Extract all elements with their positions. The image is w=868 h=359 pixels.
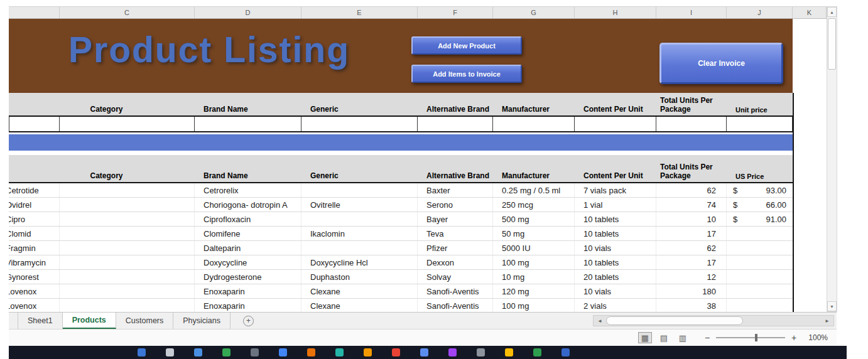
cell-brand-name[interactable]: Dydrogesterone	[195, 270, 301, 284]
cell-category[interactable]	[60, 241, 195, 255]
cell-total-units[interactable]: 10	[656, 212, 727, 226]
column-header-e[interactable]: E	[301, 7, 418, 18]
table-row[interactable]: LovenoxEnoxaparinClexaneSanofi-Aventis12…	[9, 284, 793, 299]
normal-view-icon[interactable]: ▦	[638, 332, 652, 343]
table-row[interactable]: CetrotideCetrorelixBaxter0.25 mg / 0.5 m…	[9, 183, 793, 198]
header-total-units[interactable]: Total Units Per Package	[656, 155, 727, 182]
cell-generic[interactable]: Duphaston	[301, 270, 418, 284]
cell-total-units[interactable]: 62	[656, 241, 727, 255]
cell-brand-name[interactable]: Enoxaparin	[195, 284, 301, 298]
cell-price[interactable]	[727, 241, 793, 255]
cell-brand-name[interactable]: Ciprofloxacin	[195, 212, 301, 226]
taskbar-icon[interactable]	[420, 348, 428, 356]
column-header-h[interactable]: H	[575, 7, 656, 18]
cell-content-per-unit[interactable]: 20 tablets	[575, 270, 656, 284]
cell-total-units[interactable]: 74	[656, 198, 727, 212]
new-sheet-button[interactable]: +	[243, 316, 254, 326]
header-manufacturer[interactable]: Manufacturer	[493, 93, 575, 115]
cell-alternative-brand[interactable]: Pfizer	[418, 241, 493, 255]
header-category[interactable]: Category	[60, 155, 195, 182]
page-layout-view-icon[interactable]: ▤	[657, 332, 671, 343]
entry-cell[interactable]	[727, 117, 793, 131]
scroll-up-button[interactable]: ▲	[827, 7, 837, 17]
cell-price[interactable]: $91.00	[727, 212, 793, 226]
zoom-slider[interactable]	[716, 333, 785, 342]
header-category[interactable]: Category	[60, 93, 195, 115]
cell-manufacturer[interactable]: 120 mg	[493, 284, 575, 298]
taskbar-icon[interactable]	[138, 348, 146, 356]
cell-manufacturer[interactable]: 100 mg	[493, 255, 575, 269]
cell-content-per-unit[interactable]: 2 vials	[575, 299, 656, 312]
cell-price[interactable]	[727, 270, 793, 284]
header-brand-name[interactable]: Brand Name	[195, 93, 301, 115]
entry-cell[interactable]	[60, 117, 195, 131]
cell-product-name[interactable]: Cetrotide	[9, 183, 60, 197]
cell-alternative-brand[interactable]: Sanofi-Aventis	[418, 299, 493, 312]
horizontal-scroll-thumb[interactable]	[606, 316, 743, 325]
taskbar-icon[interactable]	[307, 348, 315, 356]
cell-manufacturer[interactable]: 100 mg	[493, 299, 575, 312]
header-generic[interactable]: Generic	[301, 93, 418, 115]
cell-brand-name[interactable]: Clomifene	[195, 227, 301, 240]
entry-row[interactable]	[9, 117, 793, 132]
header-us-price[interactable]: US Price	[727, 155, 793, 182]
cell-manufacturer[interactable]: 50 mg	[493, 227, 575, 240]
cell-brand-name[interactable]: Doxycycline	[195, 255, 301, 269]
column-header-i[interactable]: I	[656, 7, 727, 18]
page-break-view-icon[interactable]: ▥	[676, 332, 690, 343]
vertical-scroll-thumb[interactable]	[828, 18, 836, 70]
cell-manufacturer[interactable]: 500 mg	[493, 212, 575, 226]
zoom-level[interactable]: 100%	[805, 333, 828, 342]
cell-product-name[interactable]: Cipro	[9, 212, 60, 226]
cell-generic[interactable]: Doxycycline Hcl	[301, 255, 418, 269]
cell-category[interactable]	[60, 284, 195, 298]
add-new-product-button[interactable]: Add New Product	[411, 36, 522, 55]
cell-brand-name[interactable]: Enoxaparin	[195, 299, 301, 312]
header-alternative-brand[interactable]: Alternative Brand	[418, 93, 493, 115]
cell-product-name[interactable]: Vibramycin	[9, 255, 60, 269]
taskbar-icon[interactable]	[392, 348, 400, 356]
cell-price[interactable]: $66.00	[727, 198, 793, 212]
cell-category[interactable]	[60, 198, 195, 212]
cell-category[interactable]	[60, 299, 195, 312]
cell-alternative-brand[interactable]: Sanofi-Aventis	[418, 284, 493, 298]
cell-product-name[interactable]: Gynorest	[9, 270, 60, 284]
table-row[interactable]: FragminDalteparinPfizer5000 IU10 vials62	[9, 241, 793, 255]
cell-generic[interactable]: Clexane	[301, 299, 418, 312]
zoom-in-button[interactable]: +	[790, 333, 798, 343]
table-row[interactable]: OvidrelChoriogona- dotropin AOvitrelleSe…	[9, 198, 793, 212]
header-generic[interactable]: Generic	[301, 155, 418, 182]
sheet-tab-physicians[interactable]: Physicians	[173, 313, 231, 329]
cell-manufacturer[interactable]: 5000 IU	[493, 241, 575, 255]
cell-total-units[interactable]: 180	[656, 284, 727, 298]
table-row[interactable]: GynorestDydrogesteroneDuphastonSolvay10 …	[9, 270, 793, 284]
header-manufacturer[interactable]: Manufacturer	[493, 155, 575, 182]
cell-product-name[interactable]: Fragmin	[9, 241, 60, 255]
header-content-per-unit[interactable]: Content Per Unit	[575, 93, 656, 115]
cell-category[interactable]	[60, 255, 195, 269]
cell-manufacturer[interactable]: 0.25 mg / 0.5 ml	[493, 183, 575, 197]
cell-generic[interactable]: Ovitrelle	[301, 198, 418, 212]
entry-cell[interactable]	[418, 117, 493, 131]
cell-price[interactable]	[727, 284, 793, 298]
cell-brand-name[interactable]: Dalteparin	[195, 241, 301, 255]
table-row[interactable]: LovenoxEnoxaparinClexaneSanofi-Aventis10…	[9, 299, 793, 312]
cell-price[interactable]	[727, 255, 793, 269]
scroll-left-button[interactable]: ◄	[594, 318, 606, 324]
horizontal-scrollbar[interactable]: ◄ ►	[593, 315, 834, 326]
entry-cell[interactable]	[656, 117, 727, 131]
entry-cell[interactable]	[9, 117, 60, 131]
column-header-g[interactable]: G	[493, 7, 575, 18]
scroll-down-button[interactable]: ▼	[827, 301, 837, 311]
taskbar-icon[interactable]	[251, 348, 259, 356]
add-items-to-invoice-button[interactable]: Add Items to Invoice	[411, 65, 522, 83]
cell-product-name[interactable]: Clomid	[9, 227, 60, 240]
taskbar-icon[interactable]	[166, 348, 174, 356]
cell-total-units[interactable]: 17	[656, 227, 727, 240]
cell-category[interactable]	[60, 270, 195, 284]
header-unit-price[interactable]: Unit price	[727, 93, 793, 115]
cell-product-name[interactable]: Ovidrel	[9, 198, 60, 212]
sheet-tab-sheet1[interactable]: Sheet1	[18, 313, 63, 329]
column-header-c[interactable]: C	[60, 7, 195, 18]
cell-category[interactable]	[60, 183, 195, 197]
